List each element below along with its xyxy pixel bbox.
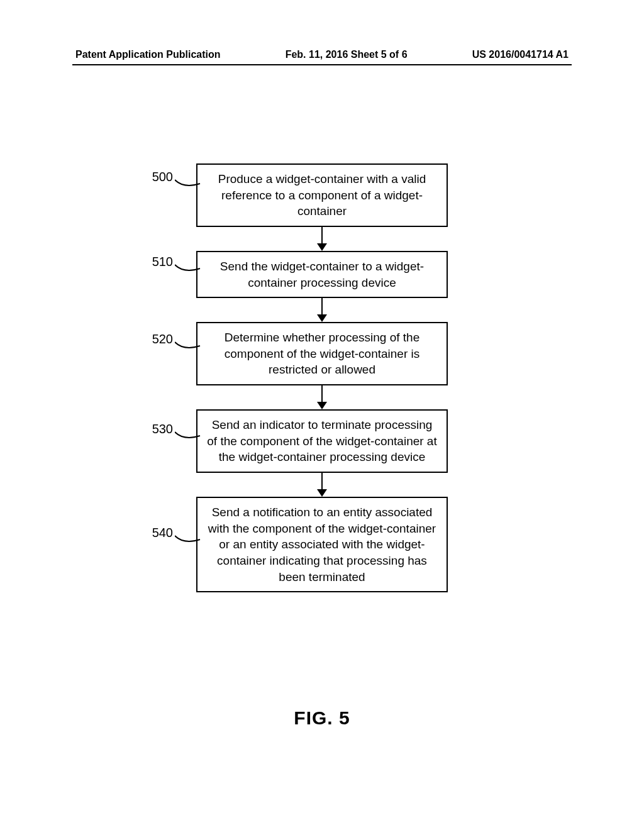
step-ref-540: 540	[142, 526, 173, 540]
flow-step-520: 520 Determine whether processing of the …	[0, 322, 644, 385]
header-right: US 2016/0041714 A1	[472, 49, 569, 60]
page-header: Patent Application Publication Feb. 11, …	[75, 49, 569, 60]
page: Patent Application Publication Feb. 11, …	[0, 0, 644, 830]
arrow-down-icon	[321, 298, 323, 322]
step-text: Produce a widget-container with a valid …	[206, 171, 438, 219]
step-box: Send an indicator to terminate processin…	[196, 409, 448, 473]
leader-line-icon	[175, 429, 201, 441]
step-ref-530: 530	[142, 422, 173, 436]
figure-label: FIG. 5	[0, 707, 644, 729]
header-rule	[72, 64, 572, 65]
step-ref-500: 500	[142, 170, 173, 184]
step-text: Send a notification to an entity associa…	[206, 504, 438, 585]
flow-step-500: 500 Produce a widget-container with a va…	[0, 163, 644, 227]
flowchart: 500 Produce a widget-container with a va…	[0, 163, 644, 592]
step-text: Send the widget-container to a widget-co…	[206, 258, 438, 290]
step-ref-520: 520	[142, 332, 173, 346]
step-text: Send an indicator to terminate processin…	[206, 417, 438, 465]
flow-step-510: 510 Send the widget-container to a widge…	[0, 251, 644, 298]
leader-line-icon	[175, 533, 201, 545]
leader-line-icon	[175, 177, 201, 189]
arrow-down-icon	[321, 385, 323, 409]
flow-step-530: 530 Send an indicator to terminate proce…	[0, 409, 644, 473]
step-ref-510: 510	[142, 255, 173, 269]
step-text: Determine whether processing of the comp…	[206, 329, 438, 378]
step-box: Determine whether processing of the comp…	[196, 322, 448, 385]
step-box: Send the widget-container to a widget-co…	[196, 251, 448, 298]
step-box: Produce a widget-container with a valid …	[196, 163, 448, 227]
leader-line-icon	[175, 262, 201, 274]
header-left: Patent Application Publication	[75, 49, 221, 60]
leader-line-icon	[175, 340, 201, 351]
step-box: Send a notification to an entity associa…	[196, 497, 448, 592]
arrow-down-icon	[321, 473, 323, 497]
arrow-down-icon	[321, 227, 323, 251]
header-center: Feb. 11, 2016 Sheet 5 of 6	[286, 49, 408, 60]
flow-step-540: 540 Send a notification to an entity ass…	[0, 497, 644, 592]
